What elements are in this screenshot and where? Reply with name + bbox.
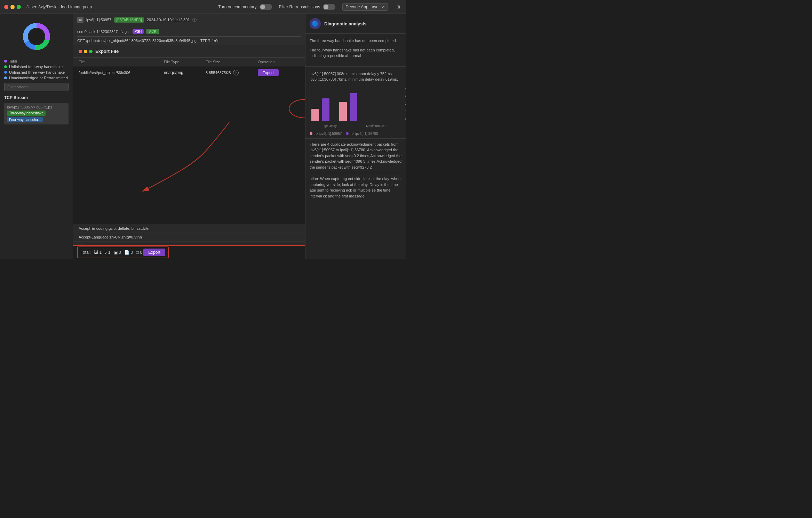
psh-flag: PSH [133,29,144,34]
diag-section-2: The four-way handshake has not been comp… [310,47,402,59]
bar-purple-2 [350,93,357,121]
legend-dot-pink [310,132,312,135]
chart-legend: -> ipv6[::1]:50957 -> ipv6[::1]:36780 [305,132,406,138]
request-line: GET /public/test/put_object/86fc306c4072… [77,39,301,43]
main-layout: Total Unfinished four-way handshake Unfi… [0,14,406,259]
other-count: 0 [140,250,142,255]
external-link-icon: ↗ [381,5,385,9]
export-row-button[interactable]: Export [258,69,279,76]
operation-cell: Export [258,69,300,76]
legend-pink: -> ipv6[::1]:50957 [310,132,342,136]
diag-text3: ipv6[::1]:50957] 008ms, minimum delay y … [310,72,398,82]
center-panel: 🖥 ipv6[::1]:50957 [ESTABLISHED] 2024-10-… [73,14,305,259]
bar-chart-area: 4,000 3,000 2,000 1,000 0 ge Delay Maxim… [305,87,406,132]
col-file-type: File Type [164,60,206,64]
file-size: 8.85546875KB [206,71,231,75]
minimize-button[interactable] [10,5,15,9]
y-label-4000: 4,000 [405,87,406,90]
legend-three-way-label: Unfinished three-way handshake [9,70,65,74]
filter-retrans-label: Filter Retransmissions [279,5,320,9]
sidebar: Total Unfinished four-way handshake Unfi… [0,14,73,259]
svg-point-5 [29,29,44,44]
export-table-header: File File Type File Size Operation [73,58,305,66]
bar-group-2b [350,93,357,121]
maximize-button[interactable] [17,5,21,9]
traffic-lights [4,5,21,9]
commentary-label: Turn on commentary [218,5,256,9]
packet-icon: 🖥 [77,17,83,23]
diag-additional-content: ation: When capturing ent side, look at … [310,177,400,198]
flags-label: flags: [120,30,129,34]
diag-section-1: The three-way handshake has not been com… [310,38,402,44]
filter-retrans-toggle[interactable] [323,4,335,10]
legend-pink-label: -> ipv6[::1]:50957 [315,132,342,136]
divider [77,36,301,37]
filter-stream-input[interactable] [4,83,69,91]
y-label-3000: 3,000 [405,94,406,98]
http-accept-encoding: Accept-Encoding:gzip, deflate, br, zstd\… [73,224,305,233]
donut-chart-area [4,18,69,55]
legend-items: Total Unfinished four-way handshake Unfi… [4,59,69,80]
col-operation: Operation [258,60,300,64]
diag-body: The three-way handshake has not been com… [305,34,406,66]
seq-line: seq:0 ack:1432302327 flags: PSH ACK [77,29,301,34]
bar-group-2 [339,102,347,121]
diag-additional-text: ation: When capturing ent side, look at … [305,173,406,202]
bottom-bar-bordered: Total: 🖼 1 ♪ 1 ▣ 0 📄 0 □ 0 Export [77,246,169,258]
bar-purple-1 [322,98,329,121]
bottom-export-button[interactable]: Export [143,249,165,256]
modal-maximize[interactable] [89,50,93,53]
tcp-stream-label: TCP Stream [4,95,69,100]
video-count: 0 [119,250,121,255]
titlebar-controls: Turn on commentary Filter Retransmission… [218,3,402,11]
tag-three-way: Three-way handshake [7,111,46,116]
legend-purple: -> ipv6[::1]:36780 [346,132,378,136]
stream-item-label: ipv6[::1]:50957->ipv6[::1]:3 [7,105,52,109]
col-file-size: File Size [206,60,258,64]
y-label-0: 0 [405,118,406,121]
diag-bottom-content: There are 4 duplicate acknowledgment pac… [310,142,401,169]
legend-total-label: Total [9,59,17,63]
modal-traffic-lights [79,50,93,53]
doc-count: 0 [131,250,133,255]
close-button[interactable] [4,5,8,9]
legend-unack: Unacknowledged or Retransmitted [4,76,69,80]
file-size-icon[interactable]: ↻ [233,70,239,75]
legend-four-way-label: Unfinished four-way handshake [9,65,63,69]
other-icon: □ [136,250,139,255]
modal-minimize[interactable] [84,50,87,53]
export-modal: Export File File File Type File Size Ope… [73,45,305,259]
legend-purple-label: -> ipv6[::1]:36780 [351,132,378,136]
legend-four-way: Unfinished four-way handshake [4,65,69,69]
doc-icon: 📄 [124,250,129,255]
commentary-toggle[interactable] [260,4,272,10]
legend-dot-purple [346,132,349,135]
bar-chart: 4,000 3,000 2,000 1,000 0 [310,87,402,121]
y-label-1000: 1,000 [405,110,406,113]
chart-wrapper: 4,000 3,000 2,000 1,000 0 ge Delay Maxim… [310,87,402,128]
titlebar: /Users/wjy/Deskt...load-image.pcap Turn … [0,0,406,14]
layout-icon[interactable]: ⊞ [395,3,402,10]
file-size-cell: 8.85546875KB ↻ [206,70,258,75]
diag-title: Diagnostic analysis [324,21,366,26]
diag-section-3: ipv6[::1]:50957] 008ms, minimum delay y … [305,66,406,87]
bottom-bar: Total: 🖼 1 ♪ 1 ▣ 0 📄 0 □ 0 Export [73,245,305,259]
tag-four-way: Four-way handsha... [7,117,43,122]
video-icon: ▣ [114,250,118,255]
packet-header: 🖥 ipv6[::1]:50957 [ESTABLISHED] 2024-10-… [73,14,305,26]
decode-button[interactable]: Decode App Layer ↗ [342,3,388,11]
modal-close[interactable] [79,50,82,53]
info-icon[interactable]: ⓘ [192,17,197,23]
stream-item[interactable]: ipv6[::1]:50957->ipv6[::1]:3 Three-way h… [4,103,69,124]
image-icon: 🖼 [94,250,98,255]
established-badge: [ESTABLISHED] [114,17,144,23]
filter-retrans-toggle-group: Filter Retransmissions [279,4,336,10]
legend-three-way: Unfinished three-way handshake [4,70,69,74]
bar-group-1 [311,109,319,121]
diag-text1: The three-way handshake has not been com… [310,39,397,43]
diag-icon: 🔵 [310,18,321,29]
diag-header: 🔵 Diagnostic analysis [305,14,406,34]
col-file: File [79,60,164,64]
file-name-cell: /public/test/put_object/86fc306... [79,71,164,75]
packet-details: seq:0 ack:1432302327 flags: PSH ACK GET … [73,26,305,46]
